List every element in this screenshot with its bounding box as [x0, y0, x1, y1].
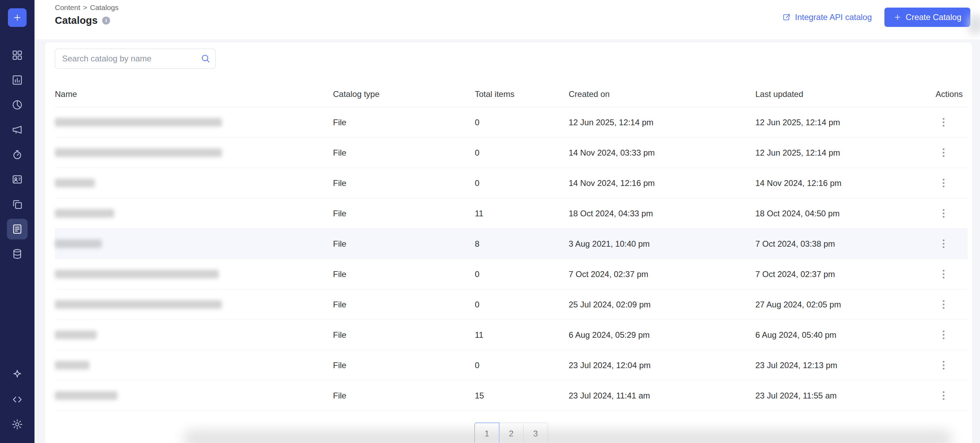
- redacted-catalog-name: [55, 148, 222, 157]
- add-button[interactable]: [8, 8, 27, 27]
- redacted-catalog-name: [55, 209, 114, 218]
- sidebar-item-templates[interactable]: [6, 192, 28, 217]
- row-actions-menu-button[interactable]: [936, 388, 951, 403]
- table-row[interactable]: File1523 Jul 2024, 11:41 am23 Jul 2024, …: [55, 381, 967, 411]
- total-items-cell: 0: [475, 117, 569, 127]
- catalog-name-cell: [55, 391, 333, 400]
- table-row[interactable]: File014 Nov 2024, 03:33 pm12 Jun 2025, 1…: [55, 138, 967, 168]
- contact-card-icon: [11, 173, 23, 185]
- kebab-dot: [943, 179, 945, 181]
- kebab-dot: [943, 361, 945, 363]
- actions-cell: [911, 388, 967, 403]
- column-header-name: Name: [55, 89, 333, 99]
- table-row[interactable]: File07 Oct 2024, 02:37 pm7 Oct 2024, 02:…: [55, 259, 967, 289]
- actions-cell: [911, 297, 967, 312]
- kebab-dot: [943, 186, 945, 187]
- plus-icon: [893, 13, 902, 21]
- total-items-cell: 8: [475, 239, 569, 249]
- total-items-cell: 0: [475, 270, 569, 279]
- sidebar-item-campaigns[interactable]: [6, 117, 28, 142]
- code-icon: [11, 394, 23, 405]
- pagination-page-2[interactable]: 2: [499, 422, 524, 443]
- sidebar-item-content[interactable]: [6, 217, 28, 241]
- sidebar-item-settings[interactable]: [6, 412, 28, 437]
- create-catalog-label: Create Catalog: [906, 13, 961, 22]
- kebab-dot: [943, 240, 945, 241]
- kebab-dot: [943, 334, 945, 336]
- kebab-dot: [943, 368, 945, 370]
- catalogs-card: NameCatalog typeTotal itemsCreated onLas…: [45, 43, 972, 443]
- kebab-dot: [943, 303, 945, 305]
- page-title: Catalogs: [55, 15, 98, 26]
- analytics-icon: [11, 74, 23, 86]
- actions-cell: [911, 206, 967, 221]
- table-body: File012 Jun 2025, 12:14 pm12 Jun 2025, 1…: [55, 107, 967, 411]
- row-actions-menu-button[interactable]: [936, 206, 951, 221]
- redacted-catalog-name: [55, 391, 117, 400]
- kebab-dot: [943, 155, 945, 157]
- sidebar-item-data[interactable]: [6, 241, 28, 266]
- kebab-dot: [943, 216, 945, 218]
- kebab-dot: [943, 148, 945, 150]
- table-row[interactable]: File023 Jul 2024, 12:04 pm23 Jul 2024, 1…: [55, 350, 967, 381]
- last-updated-cell: 7 Oct 2024, 03:38 pm: [756, 239, 911, 249]
- breadcrumb-item-content[interactable]: Content: [55, 3, 80, 12]
- sidebar-item-segments[interactable]: [6, 92, 28, 117]
- kebab-dot: [943, 337, 945, 339]
- row-actions-menu-button[interactable]: [936, 237, 951, 251]
- row-actions-menu-button[interactable]: [936, 145, 951, 160]
- kebab-dot: [943, 213, 945, 214]
- search-input[interactable]: [55, 49, 216, 69]
- last-updated-cell: 23 Jul 2024, 11:55 am: [756, 391, 911, 400]
- sidebar-item-analytics[interactable]: [6, 68, 28, 92]
- info-icon[interactable]: i: [102, 17, 110, 24]
- sidebar-item-dashboard[interactable]: [6, 43, 28, 68]
- table-row[interactable]: File014 Nov 2024, 12:16 pm14 Nov 2024, 1…: [55, 168, 967, 198]
- table-row[interactable]: File116 Aug 2024, 05:29 pm6 Aug 2024, 05…: [55, 320, 967, 350]
- header-actions: Integrate API catalog Create Catalog: [782, 0, 970, 27]
- kebab-dot: [943, 277, 945, 278]
- sidebar-nav: [6, 43, 28, 266]
- total-items-cell: 15: [475, 391, 569, 400]
- row-actions-menu-button[interactable]: [936, 176, 951, 191]
- created-on-cell: 18 Oct 2024, 04:33 pm: [569, 209, 756, 218]
- external-link-icon: [782, 13, 791, 22]
- created-on-cell: 14 Nov 2024, 03:33 pm: [569, 148, 756, 158]
- catalog-type-cell: File: [333, 148, 475, 158]
- row-actions-menu-button[interactable]: [936, 115, 951, 130]
- catalog-type-cell: File: [333, 117, 475, 127]
- integrate-api-catalog-label: Integrate API catalog: [795, 13, 872, 22]
- table-row[interactable]: File025 Jul 2024, 02:09 pm27 Aug 2024, 0…: [55, 289, 967, 320]
- row-actions-menu-button[interactable]: [936, 267, 951, 282]
- row-actions-menu-button[interactable]: [936, 297, 951, 312]
- table-row[interactable]: File1118 Oct 2024, 04:33 pm18 Oct 2024, …: [55, 198, 967, 229]
- total-items-cell: 0: [475, 300, 569, 310]
- actions-cell: [911, 358, 967, 373]
- sidebar-item-developer[interactable]: [6, 387, 28, 412]
- redacted-catalog-name: [55, 361, 89, 370]
- search-icon: [200, 54, 211, 64]
- integrate-api-catalog-link[interactable]: Integrate API catalog: [782, 13, 872, 22]
- kebab-dot: [943, 182, 945, 184]
- sidebar: [0, 0, 35, 443]
- catalog-name-cell: [55, 300, 333, 309]
- redacted-catalog-name: [55, 118, 222, 127]
- actions-cell: [911, 176, 967, 191]
- create-catalog-button[interactable]: Create Catalog: [885, 8, 970, 27]
- row-actions-menu-button[interactable]: [936, 327, 951, 343]
- catalog-name-cell: [55, 179, 333, 187]
- sidebar-item-ai-assistant[interactable]: [6, 362, 28, 387]
- row-actions-menu-button[interactable]: [936, 358, 951, 373]
- redacted-catalog-name: [55, 240, 102, 248]
- pagination-page-3[interactable]: 3: [523, 422, 548, 443]
- total-items-cell: 11: [475, 330, 569, 340]
- catalog-name-cell: [55, 361, 333, 370]
- sidebar-item-audience[interactable]: [6, 167, 28, 192]
- table-row[interactable]: File012 Jun 2025, 12:14 pm12 Jun 2025, 1…: [55, 107, 967, 138]
- copy-icon: [11, 198, 23, 210]
- catalog-name-cell: [55, 330, 333, 339]
- sidebar-item-journeys[interactable]: [6, 142, 28, 167]
- catalog-type-cell: File: [333, 360, 475, 370]
- pagination-page-1[interactable]: 1: [474, 422, 499, 443]
- table-row[interactable]: File83 Aug 2021, 10:40 pm7 Oct 2024, 03:…: [55, 229, 967, 259]
